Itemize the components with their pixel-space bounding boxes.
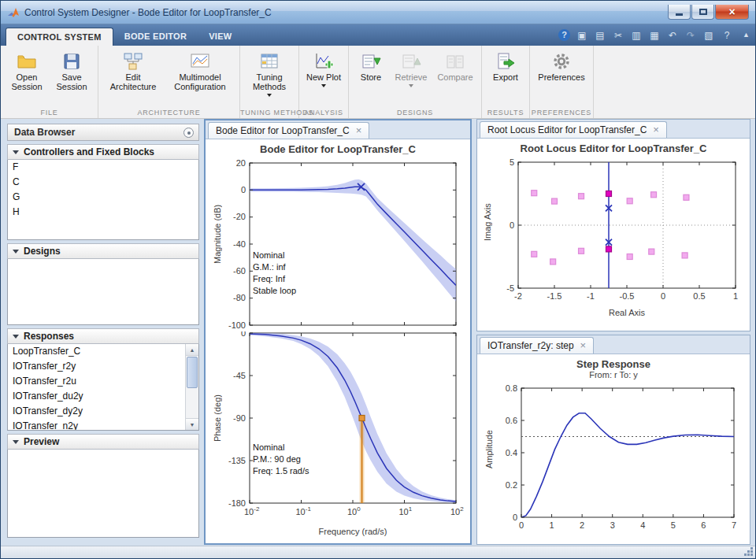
undo-icon[interactable] xyxy=(666,30,679,41)
help-badge-icon[interactable] xyxy=(558,29,570,41)
designs-list[interactable] xyxy=(7,259,199,325)
step-response-subtitle: From: r To: y xyxy=(477,370,750,379)
snapshot-icon[interactable] xyxy=(576,30,588,41)
svg-text:-1: -1 xyxy=(587,291,595,301)
phase-margin-annotation: Nominal P.M.: 90 deg Freq: 1.5 rad/s xyxy=(253,442,309,477)
svg-text:-100: -100 xyxy=(228,320,246,330)
compare-button[interactable]: Compare xyxy=(434,50,476,83)
paste-icon[interactable] xyxy=(648,30,661,41)
export-button[interactable]: Export xyxy=(487,50,524,83)
open-session-button[interactable]: Open Session xyxy=(6,50,48,93)
minimize-ribbon-icon[interactable] xyxy=(743,31,750,39)
close-icon: × xyxy=(728,6,735,17)
magnitude-axis-label: Magnitude (dB) xyxy=(212,157,222,311)
multimodel-configuration-button[interactable]: Multimodel Configuration xyxy=(165,50,235,93)
svg-text:-80: -80 xyxy=(233,293,246,302)
group-analysis: New Plot ANALYSIS xyxy=(299,46,349,118)
new-plot-button[interactable]: New Plot xyxy=(304,50,343,91)
svg-text:100: 100 xyxy=(347,505,361,516)
section-designs-header[interactable]: Designs xyxy=(7,243,199,259)
close-button[interactable]: × xyxy=(715,5,749,20)
gain-margin-annotation: Nominal G.M.: inf Freq: Inf Stable loop xyxy=(253,250,296,297)
ribbon-tab-bar: CONTROL SYSTEM BODE EDITOR VIEW xyxy=(1,24,755,46)
svg-text:0: 0 xyxy=(510,220,514,230)
help-icon[interactable] xyxy=(721,30,733,41)
collapse-triangle-icon xyxy=(13,440,19,447)
list-item[interactable]: IOTransfer_dy2y xyxy=(8,404,185,419)
svg-text:-0.5: -0.5 xyxy=(620,291,635,301)
scroll-down-icon[interactable] xyxy=(186,418,198,430)
step-response-tab[interactable]: IOTransfer_r2y: step xyxy=(480,337,594,354)
svg-text:-1.5: -1.5 xyxy=(547,291,562,301)
list-item[interactable]: IOTransfer_n2y xyxy=(8,419,185,431)
bode-phase-plot[interactable]: Phase (deg) Nominal P.M.: 90 deg Freq: 1… xyxy=(212,331,464,525)
section-controllers-header[interactable]: Controllers and Fixed Blocks xyxy=(7,144,199,160)
step-response-plot[interactable]: Amplitude 0123456700.20.40.60.8 xyxy=(484,382,743,533)
store-button[interactable]: Store xyxy=(354,50,388,83)
list-item[interactable]: IOTransfer_r2y xyxy=(8,359,185,374)
redo-icon[interactable] xyxy=(684,30,697,41)
data-browser-options-icon[interactable] xyxy=(183,128,194,138)
bode-plot-title: Bode Editor for LoopTransfer_C xyxy=(206,143,470,155)
root-locus-title: Root Locus Editor for LoopTransfer_C xyxy=(477,143,750,154)
list-item[interactable]: IOTransfer_r2u xyxy=(8,374,185,389)
save-session-button[interactable]: Save Session xyxy=(50,50,93,93)
controllers-list[interactable]: F C G H xyxy=(7,160,199,240)
bode-editor-tab[interactable]: Bode Editor for LoopTransfer_C xyxy=(208,122,369,139)
responses-list[interactable]: LoopTransfer_C IOTransfer_r2y IOTransfer… xyxy=(7,344,199,431)
tab-bode-editor[interactable]: BODE EDITOR xyxy=(113,28,198,46)
tab-close-icon[interactable] xyxy=(580,340,587,351)
group-caption-analysis: ANALYSIS xyxy=(299,109,348,117)
list-item[interactable]: LoopTransfer_C xyxy=(8,344,185,359)
retrieve-icon xyxy=(401,51,421,72)
resize-grip[interactable] xyxy=(743,546,754,557)
tab-close-icon[interactable] xyxy=(653,124,659,135)
retrieve-button[interactable]: Retrieve xyxy=(391,50,432,91)
svg-text:5: 5 xyxy=(510,157,514,167)
svg-text:-20: -20 xyxy=(233,212,246,221)
tab-view[interactable]: VIEW xyxy=(198,28,243,46)
window-controls: × xyxy=(667,5,749,20)
svg-text:-45: -45 xyxy=(233,371,246,380)
list-item[interactable]: H xyxy=(8,205,198,220)
bode-editor-panel: Bode Editor for LoopTransfer_C Bode Edit… xyxy=(204,119,472,545)
data-browser: Data Browser Controllers and Fixed Block… xyxy=(7,124,199,541)
tuning-methods-button[interactable]: Tuning Methods xyxy=(245,50,294,101)
responses-scrollbar[interactable] xyxy=(185,344,198,430)
titlebar[interactable]: Control System Designer - Bode Editor fo… xyxy=(1,1,755,24)
scroll-up-icon[interactable] xyxy=(186,344,198,356)
svg-text:3: 3 xyxy=(610,520,615,530)
maximize-button[interactable] xyxy=(691,5,714,20)
svg-text:20: 20 xyxy=(236,158,246,168)
section-preview-header[interactable]: Preview xyxy=(7,434,199,450)
list-item[interactable]: F xyxy=(8,160,198,175)
svg-text:0.5: 0.5 xyxy=(693,291,705,301)
cut-icon[interactable] xyxy=(612,30,624,41)
edit-architecture-button[interactable]: Edit Architecture xyxy=(103,50,163,93)
step-tab-strip: IOTransfer_r2y: step xyxy=(477,335,750,354)
preferences-button[interactable]: Preferences xyxy=(535,50,588,83)
list-item[interactable]: G xyxy=(8,190,198,205)
root-locus-plot[interactable]: Imag Axis -2-1.5-1-0.500.51-505 xyxy=(482,156,745,307)
svg-text:101: 101 xyxy=(399,505,413,516)
layout-icon[interactable] xyxy=(702,30,715,41)
list-item[interactable]: IOTransfer_du2y xyxy=(8,389,185,404)
minimize-button[interactable] xyxy=(668,5,691,20)
scrollbar-thumb[interactable] xyxy=(187,357,198,388)
group-architecture: Edit Architecture Multimodel Configurati… xyxy=(98,46,240,118)
section-responses-header[interactable]: Responses xyxy=(7,328,199,344)
dropdown-caret-icon xyxy=(267,94,272,99)
copy-icon[interactable] xyxy=(630,30,643,41)
group-caption-tuning-methods: TUNING METHODS xyxy=(240,109,298,117)
step-response-title: Step Response xyxy=(477,358,750,370)
svg-text:6: 6 xyxy=(701,520,706,530)
tab-control-system[interactable]: CONTROL SYSTEM xyxy=(6,28,113,46)
status-bar xyxy=(1,546,755,558)
root-locus-tab[interactable]: Root Locus Editor for LoopTransfer_C xyxy=(480,121,667,138)
tab-close-icon[interactable] xyxy=(356,125,362,136)
quick-save-icon[interactable] xyxy=(594,30,606,41)
svg-text:0.6: 0.6 xyxy=(506,416,517,425)
edit-architecture-icon xyxy=(123,51,143,72)
bode-magnitude-plot[interactable]: Magnitude (dB) Nominal G.M.: inf Freq: I… xyxy=(212,157,464,331)
list-item[interactable]: C xyxy=(8,175,198,190)
